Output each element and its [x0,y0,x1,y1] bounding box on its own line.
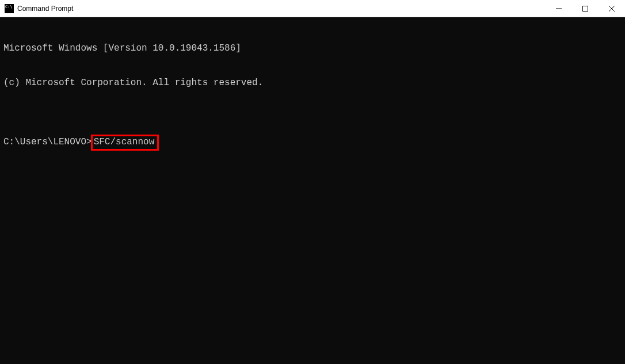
command-highlight: SFC/scannow [91,135,159,151]
window-controls [546,0,625,17]
command-prompt-window: Command Prompt Microsoft Windows [Versio… [0,0,625,364]
terminal-output-line: (c) Microsoft Corporation. All rights re… [3,77,622,89]
close-button[interactable] [599,0,625,17]
terminal-area[interactable]: Microsoft Windows [Version 10.0.19043.15… [0,17,625,364]
window-title: Command Prompt [17,5,546,13]
terminal-output-line: Microsoft Windows [Version 10.0.19043.15… [3,43,622,54]
maximize-button[interactable] [572,0,599,17]
terminal-prompt-line: C:\Users\LENOVO>SFC/scannow [3,135,622,151]
terminal-prompt: C:\Users\LENOVO> [3,136,92,148]
terminal-command[interactable]: SFC/scannow [94,137,155,147]
titlebar[interactable]: Command Prompt [0,0,625,17]
cmd-icon [5,4,14,13]
minimize-button[interactable] [546,0,572,17]
svg-rect-1 [583,6,588,11]
